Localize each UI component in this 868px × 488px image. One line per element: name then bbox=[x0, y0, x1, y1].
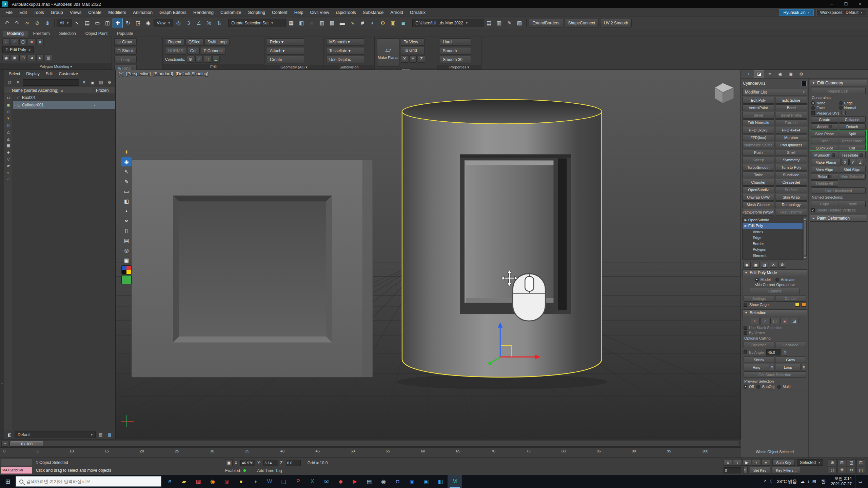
vertex-mode-icon[interactable]: ∷ bbox=[2, 38, 10, 45]
ribbon-button[interactable]: Create bbox=[267, 56, 304, 63]
edit-geometry-button[interactable]: Y bbox=[849, 159, 856, 165]
axis-button[interactable]: Z bbox=[418, 55, 425, 63]
pin-stack-icon[interactable]: ◉ bbox=[2, 55, 10, 61]
selection-lock-icon[interactable]: ▣ bbox=[225, 460, 233, 466]
taskbar-search[interactable] bbox=[16, 476, 161, 487]
firefox-icon[interactable]: ◉ bbox=[205, 475, 220, 488]
rollout-header[interactable]: ▼ Edit Geometry bbox=[810, 80, 867, 86]
menu-item[interactable]: Substance bbox=[359, 9, 387, 16]
edit-geometry-button[interactable]: Slice Plane bbox=[811, 130, 838, 137]
backface-button[interactable]: Backface bbox=[744, 342, 774, 348]
get-stack-selection-button[interactable]: Get Stack Selection bbox=[744, 371, 806, 378]
funnel-icon[interactable]: ▼ bbox=[80, 79, 88, 86]
named-selection-set-combo[interactable]: Create Selection Set ▾ bbox=[228, 19, 286, 27]
object-color-swatch[interactable] bbox=[802, 81, 807, 86]
explorer-layers-icon[interactable]: ▤ bbox=[97, 431, 104, 438]
script-button[interactable]: ShapeConnect bbox=[565, 19, 599, 27]
modifier-button[interactable]: CreaseSet bbox=[775, 179, 807, 186]
display-lights-icon[interactable]: ☀ bbox=[5, 115, 12, 121]
modifier-button[interactable]: Edit Spline bbox=[775, 97, 807, 104]
modifier-button[interactable]: Bend bbox=[775, 104, 807, 111]
whale-icon[interactable]: ◑ bbox=[248, 475, 262, 488]
shrink-button[interactable]: Shrink bbox=[744, 357, 774, 363]
rollout-header[interactable]: ▼ Selection bbox=[742, 309, 807, 316]
display-containers-icon[interactable]: ▱ bbox=[5, 163, 12, 169]
start-button[interactable]: ⊞ bbox=[0, 475, 16, 488]
ribbon-button[interactable]: Tessellate ▾ bbox=[326, 47, 364, 55]
cage-color-swatch[interactable] bbox=[795, 303, 800, 307]
modifier-button[interactable]: FFD 4x4x4 bbox=[775, 127, 807, 134]
zoom-all-icon[interactable]: ⊞ bbox=[837, 459, 846, 466]
ribbon-button[interactable]: Relax ▾ bbox=[267, 38, 304, 46]
time-slider-handle[interactable]: 0 / 100 bbox=[11, 441, 43, 446]
by-angle-spinner[interactable]: ⇅ bbox=[783, 349, 787, 355]
modifier-button[interactable]: Morpher bbox=[775, 134, 807, 141]
ribbon-button[interactable]: P Connect bbox=[201, 47, 226, 55]
border-mode-icon[interactable]: ▢ bbox=[19, 38, 27, 45]
project-path-field[interactable]: C:\Users\UI...ds Max 2022 ▾ bbox=[412, 19, 484, 27]
modifier-button[interactable]: Shell bbox=[775, 149, 807, 156]
display-hidden-icon[interactable]: ○ bbox=[5, 176, 12, 182]
rendered-frame-icon[interactable]: ▣ bbox=[388, 18, 398, 28]
edit-poly-mode-dropdown[interactable]: 2: Edit Poly ▾ bbox=[2, 46, 34, 53]
close-button[interactable]: × bbox=[854, 0, 866, 8]
stack-scrollbar[interactable]: ▲ ▼ bbox=[803, 217, 807, 260]
rect-region-icon[interactable]: ▭ bbox=[93, 18, 102, 28]
by-angle-field[interactable] bbox=[766, 349, 781, 355]
modifier-button[interactable]: Sweep bbox=[742, 157, 774, 163]
photos-icon[interactable]: ▨ bbox=[191, 475, 205, 488]
minimize-button[interactable]: ─ bbox=[826, 0, 837, 8]
modifier-button[interactable]: Bevel Profile bbox=[775, 112, 807, 119]
constraint-radio[interactable]: Face bbox=[811, 106, 838, 110]
scene-object-row[interactable]: ◦ ▢ Box001 bbox=[13, 94, 115, 101]
show-end-result-icon[interactable]: ▣ bbox=[752, 262, 760, 268]
lock-explorer-icon[interactable]: ▣ bbox=[89, 79, 96, 86]
modifier-button[interactable]: OpenSubdiv bbox=[742, 186, 774, 193]
play-button[interactable]: ▶ bbox=[743, 459, 751, 466]
toggle-scene-explorer-icon[interactable]: ▥ bbox=[317, 18, 327, 28]
time-slider-track[interactable]: 0 / 100 bbox=[9, 441, 739, 447]
preserve-uvs-settings-icon[interactable]: ▫ bbox=[841, 111, 846, 115]
edit-named-selections-icon[interactable]: ▦ bbox=[287, 18, 296, 28]
youtube-icon[interactable]: ▶ bbox=[348, 475, 362, 488]
edit-geometry-button[interactable]: Reset Plane bbox=[839, 138, 866, 144]
x-coordinate-field[interactable] bbox=[240, 460, 255, 466]
weather-widget[interactable]: 28°C 맑음 bbox=[777, 479, 797, 485]
display-groups-icon[interactable]: ▦ bbox=[5, 142, 12, 148]
edit-geometry-button[interactable]: Grid Align bbox=[839, 166, 866, 172]
edit-geometry-button[interactable]: Detach bbox=[839, 123, 866, 130]
scene-explorer-menu-item[interactable]: Display bbox=[23, 71, 42, 77]
modifier-stack-item[interactable]: Polygon bbox=[743, 247, 803, 253]
ring-spinner[interactable]: ⇅ bbox=[770, 364, 774, 370]
vertex-subobject-icon[interactable]: ∷ bbox=[751, 318, 760, 324]
redo-icon[interactable]: ↷ bbox=[12, 18, 22, 28]
menu-item[interactable]: Arnold bbox=[387, 9, 407, 16]
word-icon[interactable]: W bbox=[262, 475, 277, 488]
ribbon-button[interactable]: Hard bbox=[440, 38, 471, 46]
motion-tab-icon[interactable]: ◉ bbox=[775, 70, 785, 78]
reference-coordinate-dropdown[interactable]: View ▾ bbox=[154, 19, 173, 27]
axis-button[interactable]: Y bbox=[409, 55, 417, 63]
menu-item[interactable]: Views bbox=[66, 9, 85, 16]
modifier-button[interactable]: Subdivide bbox=[775, 171, 807, 178]
open-mini-curve-editor-button[interactable]: ≈ bbox=[1, 441, 8, 447]
outlook-icon[interactable]: ✉ bbox=[319, 475, 334, 488]
ribbon-button[interactable]: Repeat bbox=[165, 38, 184, 46]
menu-item[interactable]: Create bbox=[85, 9, 105, 16]
snap-3d-icon[interactable]: 3 bbox=[184, 18, 193, 28]
modifier-button[interactable]: Normalize Spline bbox=[742, 142, 774, 148]
constraint-radio[interactable]: Normal bbox=[839, 106, 866, 110]
ribbon-tab[interactable]: Object Paint bbox=[81, 30, 112, 37]
display-frozen-icon[interactable]: ◐ bbox=[5, 169, 12, 176]
file-explorer-icon[interactable]: ▰ bbox=[177, 475, 191, 488]
steam-icon[interactable]: ◉ bbox=[376, 475, 391, 488]
ribbon-button[interactable]: Attach ▾ bbox=[267, 47, 304, 55]
column-header-name[interactable]: Name (Sorted Ascending) ▲ bbox=[4, 88, 94, 93]
ribbon-button[interactable]: ◌ Loop bbox=[114, 56, 137, 63]
workspaces-selector[interactable]: Workspaces: Default ▾ bbox=[816, 9, 866, 16]
remove-modifier-icon[interactable]: ✕ bbox=[770, 262, 777, 268]
dot-tool-icon[interactable]: • bbox=[121, 206, 132, 216]
find-icon[interactable]: ◎ bbox=[6, 79, 13, 86]
modifier-stack-item[interactable]: Element bbox=[743, 252, 803, 259]
eye-icon[interactable]: ◉ bbox=[121, 157, 132, 166]
